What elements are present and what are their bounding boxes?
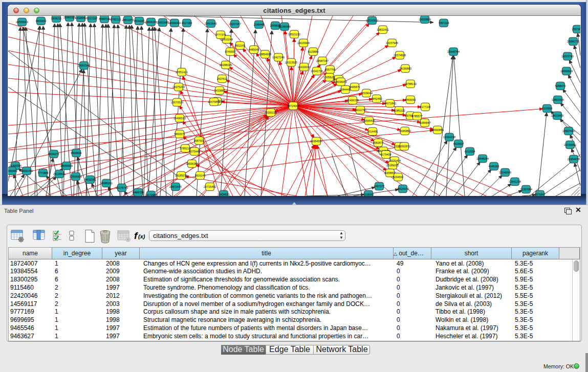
- svg-text:20913640: 20913640: [205, 22, 217, 25]
- svg-text:25982305: 25982305: [63, 16, 76, 19]
- svg-text:22430030: 22430030: [298, 65, 310, 69]
- svg-text:9375445: 9375445: [189, 150, 200, 153]
- svg-text:9975847: 9975847: [535, 193, 546, 196]
- svg-text:1939221: 1939221: [51, 17, 62, 20]
- svg-text:12641238: 12641238: [509, 180, 521, 183]
- svg-text:24632561: 24632561: [84, 178, 96, 181]
- svg-text:8906804: 8906804: [71, 151, 82, 155]
- svg-text:23288315: 23288315: [220, 63, 232, 67]
- svg-text:19185076: 19185076: [175, 174, 187, 177]
- svg-text:16172954: 16172954: [145, 193, 157, 196]
- svg-text:15475853: 15475853: [208, 100, 220, 103]
- svg-text:18724007: 18724007: [287, 104, 299, 107]
- svg-text:19932259: 19932259: [20, 169, 33, 172]
- svg-text:7771884: 7771884: [38, 171, 49, 174]
- svg-text:6457277: 6457277: [374, 185, 385, 188]
- svg-text:19936388: 19936388: [186, 162, 198, 165]
- svg-text:9314491: 9314491: [367, 130, 378, 133]
- svg-text:15176749: 15176749: [116, 186, 128, 189]
- svg-text:4017183: 4017183: [182, 21, 192, 25]
- svg-text:10434531: 10434531: [217, 193, 230, 196]
- svg-text:14560856: 14560856: [431, 128, 444, 132]
- svg-text:16033809: 16033809: [419, 18, 431, 21]
- svg-text:23092872: 23092872: [398, 145, 410, 148]
- svg-text:13020906: 13020906: [297, 41, 310, 45]
- svg-text:24036053: 24036053: [335, 80, 347, 83]
- svg-text:16313925: 16313925: [285, 61, 297, 64]
- svg-text:19092829: 19092829: [560, 70, 573, 73]
- svg-text:2177105: 2177105: [420, 105, 431, 108]
- svg-text:8911165: 8911165: [235, 44, 245, 47]
- svg-text:22574828: 22574828: [394, 54, 406, 57]
- svg-text:8129889: 8129889: [308, 50, 319, 53]
- svg-text:f: f: [134, 230, 138, 241]
- svg-text:8785577: 8785577: [412, 115, 423, 118]
- svg-text:15280586: 15280586: [278, 25, 291, 28]
- svg-text:12394238: 12394238: [443, 136, 455, 139]
- svg-text:13145349: 13145349: [499, 171, 511, 174]
- svg-text:19623409: 19623409: [551, 114, 563, 117]
- svg-text:21357684: 21357684: [520, 188, 532, 191]
- svg-text:6582877: 6582877: [373, 141, 384, 144]
- svg-text:3495870: 3495870: [350, 85, 360, 89]
- svg-text:10328452: 10328452: [75, 16, 87, 19]
- svg-text:8496759: 8496759: [133, 191, 144, 194]
- svg-text:5288470: 5288470: [555, 84, 566, 87]
- svg-text:25189205: 25189205: [386, 164, 399, 167]
- svg-text:12516912: 12516912: [366, 19, 378, 22]
- svg-text:6842460: 6842460: [372, 97, 382, 100]
- svg-text:2637611: 2637611: [217, 77, 228, 80]
- svg-text:19385201: 19385201: [100, 182, 113, 185]
- svg-text:19788132: 19788132: [404, 82, 417, 85]
- svg-text:23806266: 23806266: [145, 20, 157, 24]
- svg-text:13521212: 13521212: [288, 33, 300, 36]
- svg-text:11684847: 11684847: [419, 121, 431, 124]
- svg-text:16515740: 16515740: [561, 55, 574, 58]
- svg-text:25952685: 25952685: [157, 21, 169, 24]
- svg-text:22193651: 22193651: [564, 143, 576, 146]
- svg-text:3215958: 3215958: [542, 107, 553, 110]
- svg-text:3777374: 3777374: [215, 33, 226, 36]
- svg-text:24190883: 24190883: [399, 67, 411, 70]
- svg-text:19022760: 19022760: [354, 108, 366, 112]
- svg-text:10937430: 10937430: [562, 129, 575, 133]
- svg-text:18056909: 18056909: [60, 164, 73, 167]
- svg-text:4212034: 4212034: [465, 150, 475, 153]
- svg-text:9987903: 9987903: [194, 139, 205, 142]
- svg-text:16648784: 16648784: [447, 50, 460, 53]
- svg-text:8746997: 8746997: [225, 50, 236, 53]
- svg-text:7357224: 7357224: [439, 21, 449, 25]
- svg-text:8179409: 8179409: [381, 153, 391, 156]
- svg-text:20053346: 20053346: [78, 64, 90, 67]
- svg-text:13854919: 13854919: [259, 53, 271, 56]
- svg-text:24525670: 24525670: [397, 187, 409, 190]
- svg-text:(x): (x): [138, 233, 145, 239]
- svg-text:21854078: 21854078: [568, 158, 580, 161]
- svg-text:22555603: 22555603: [16, 20, 28, 24]
- svg-text:11981122: 11981122: [393, 109, 405, 112]
- svg-text:20715450: 20715450: [204, 185, 216, 188]
- svg-text:8469062: 8469062: [405, 98, 416, 101]
- svg-text:6557765: 6557765: [325, 68, 336, 71]
- svg-text:22906503: 22906503: [70, 175, 82, 178]
- svg-text:19399464: 19399464: [168, 21, 181, 25]
- svg-text:9916145: 9916145: [195, 174, 206, 177]
- svg-text:1990399: 1990399: [8, 169, 17, 172]
- svg-text:3433883: 3433883: [214, 89, 225, 92]
- svg-text:13832411: 13832411: [377, 28, 389, 31]
- svg-text:4539167: 4539167: [134, 19, 145, 23]
- svg-text:14375203: 14375203: [172, 85, 185, 89]
- svg-text:25300215: 25300215: [265, 111, 277, 114]
- svg-text:19384554: 19384554: [310, 140, 322, 143]
- svg-text:22406335: 22406335: [346, 99, 359, 102]
- svg-text:9317207: 9317207: [87, 17, 98, 20]
- svg-text:10083893: 10083893: [399, 129, 411, 133]
- svg-text:20872475: 20872475: [169, 185, 182, 188]
- svg-text:25565435: 25565435: [363, 119, 375, 122]
- svg-text:8234562: 8234562: [393, 176, 404, 179]
- svg-text:4529607: 4529607: [453, 142, 464, 145]
- svg-text:4345263: 4345263: [489, 165, 499, 168]
- svg-text:24071842: 24071842: [384, 102, 396, 105]
- svg-text:15257347: 15257347: [229, 23, 241, 26]
- svg-text:22670529: 22670529: [171, 101, 183, 104]
